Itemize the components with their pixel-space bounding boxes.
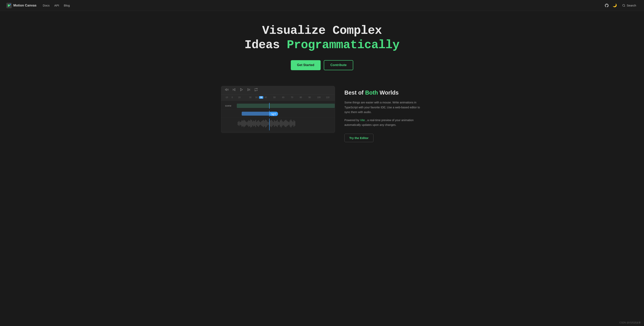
ruler-mark-10: 10 <box>238 96 240 98</box>
svg-rect-29 <box>256 120 256 127</box>
contribute-button[interactable]: Contribute <box>324 60 353 70</box>
event-track-row: event ↖ <box>221 110 335 118</box>
info-heading-plain: Best of <box>344 89 364 96</box>
playhead-line-scene <box>269 103 270 109</box>
footer-watermark: CSDN @代码讲故事 <box>619 321 641 324</box>
svg-rect-56 <box>282 121 282 126</box>
nav-api[interactable]: API <box>54 4 59 7</box>
hero-section: Visualize Complex Ideas Programmatically… <box>0 11 644 76</box>
hero-title-line1: Visualize Complex <box>262 24 382 37</box>
svg-rect-39 <box>265 119 266 127</box>
svg-rect-52 <box>278 121 278 125</box>
info-panel: Best of Both Worlds Some things are easi… <box>344 86 423 142</box>
get-started-button[interactable]: Get Started <box>291 60 321 70</box>
svg-rect-28 <box>254 121 255 126</box>
nav-blog[interactable]: Blog <box>64 4 70 7</box>
svg-rect-23 <box>250 121 250 126</box>
svg-rect-33 <box>259 121 260 125</box>
svg-rect-17 <box>244 120 244 127</box>
ruler-mark-neg10: -10 <box>225 96 228 98</box>
play-icon[interactable] <box>240 88 243 92</box>
try-editor-button[interactable]: Try the Editor <box>344 134 374 142</box>
svg-rect-65 <box>291 119 291 127</box>
svg-rect-62 <box>288 121 288 125</box>
navbar: Motion Canvas Docs API Blog 🌙 Search <box>0 0 644 11</box>
info-heading: Best of Both Worlds <box>344 89 423 96</box>
svg-point-3 <box>622 4 625 7</box>
info-description-2: Powered by Vite , a real-time preview of… <box>344 118 423 127</box>
svg-marker-8 <box>240 88 242 91</box>
waveform-display <box>237 119 335 128</box>
hero-title: Visualize Complex Ideas Programmatically <box>244 24 399 52</box>
svg-rect-64 <box>290 120 290 126</box>
svg-rect-21 <box>248 121 248 126</box>
svg-rect-41 <box>267 121 268 125</box>
ruler-mark-30b: 30 <box>255 96 258 98</box>
ruler-mark-100: 100 <box>317 96 321 98</box>
svg-rect-32 <box>258 120 259 127</box>
svg-rect-68 <box>294 120 294 127</box>
svg-marker-6 <box>234 88 235 91</box>
svg-rect-26 <box>252 121 253 125</box>
svg-rect-14 <box>241 121 241 125</box>
svg-rect-50 <box>276 121 277 126</box>
svg-rect-40 <box>266 120 267 127</box>
skip-forward-icon[interactable] <box>247 88 250 92</box>
svg-rect-22 <box>248 120 249 127</box>
main-content: -10 0 10 30 30 35 40 50 60 70 80 90 100 … <box>184 76 460 151</box>
playhead-line-waveform <box>269 119 270 130</box>
svg-rect-54 <box>280 120 280 126</box>
skip-back-icon[interactable] <box>232 88 236 92</box>
svg-rect-37 <box>263 120 264 127</box>
svg-rect-60 <box>286 120 286 127</box>
cursor-icon: ↖ <box>272 113 274 117</box>
hero-title-line2-plain: Ideas <box>244 38 280 52</box>
hero-title-line2-highlight: Programmatically <box>287 38 400 52</box>
svg-rect-36 <box>262 120 263 126</box>
svg-rect-25 <box>252 120 252 127</box>
svg-rect-67 <box>293 122 293 125</box>
logo-icon <box>6 3 12 8</box>
svg-rect-53 <box>279 122 280 125</box>
ruler-mark-80: 80 <box>300 96 302 98</box>
ruler-mark-70: 70 <box>291 96 293 98</box>
svg-rect-30 <box>256 122 257 125</box>
svg-rect-34 <box>260 122 261 125</box>
playhead-line-event <box>269 111 270 117</box>
svg-rect-19 <box>246 121 246 125</box>
info-description-1: Some things are easier with a mouse. Wri… <box>344 100 423 114</box>
nav-docs[interactable]: Docs <box>43 4 50 7</box>
svg-rect-15 <box>242 120 242 127</box>
info-desc2-plain: Powered by <box>344 119 359 122</box>
volume-icon[interactable] <box>225 88 228 92</box>
search-label: Search <box>627 4 636 7</box>
svg-rect-44 <box>270 120 271 126</box>
search-button[interactable]: Search <box>621 3 638 8</box>
github-icon[interactable] <box>604 3 609 8</box>
svg-rect-49 <box>275 121 276 126</box>
svg-rect-16 <box>243 121 243 126</box>
svg-marker-5 <box>226 89 227 91</box>
svg-rect-11 <box>238 122 238 125</box>
svg-rect-12 <box>239 121 239 126</box>
ruler-mark-0: 0 <box>232 96 233 98</box>
loop-icon[interactable] <box>254 88 258 92</box>
logo[interactable]: Motion Canvas <box>6 3 36 8</box>
svg-point-2 <box>10 4 11 5</box>
ruler-marks: -10 0 10 30 30 35 40 50 60 70 80 90 100 … <box>225 95 335 100</box>
svg-rect-55 <box>281 119 282 127</box>
svg-rect-38 <box>264 121 265 126</box>
svg-rect-35 <box>261 121 262 126</box>
scene-track-row: scene <box>221 102 335 110</box>
svg-rect-18 <box>245 120 245 126</box>
theme-toggle[interactable]: 🌙 <box>612 3 617 8</box>
svg-marker-9 <box>248 88 249 91</box>
vite-link[interactable]: Vite <box>360 119 365 122</box>
svg-rect-47 <box>273 122 274 125</box>
ruler-mark-90: 90 <box>308 96 311 98</box>
svg-rect-61 <box>287 121 288 126</box>
ruler-mark-50: 50 <box>273 96 276 98</box>
svg-rect-20 <box>246 122 247 125</box>
info-heading-end: Worlds <box>380 89 398 96</box>
svg-rect-66 <box>292 121 292 126</box>
